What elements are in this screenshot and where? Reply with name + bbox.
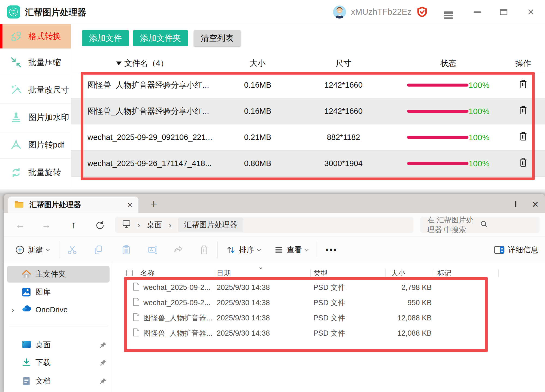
file-type: PSD 文件 [311,313,386,323]
column-size[interactable]: 大小 [224,58,292,69]
search-icon[interactable] [480,220,532,230]
file-row[interactable]: wechat_2025-09-2... 2025/9/30 14:38 PSD … [113,295,545,310]
file-icon [133,298,140,308]
app-minimize-button[interactable] [469,0,486,24]
app-maximize-button[interactable] [495,0,512,24]
progress-indicator: 100% [395,81,501,90]
paste-button[interactable] [121,245,131,255]
file-table: 图怪兽_人物扩音器经验分享小红... 0.16MB 1242*1660 100%… [71,72,545,177]
app-close-button[interactable]: × [522,0,540,24]
forward-button[interactable]: → [38,213,55,237]
delete-row-button[interactable] [519,106,527,115]
delete-row-button[interactable] [519,158,527,167]
copy-button[interactable] [93,245,104,255]
file-icon [133,283,140,293]
address-bar[interactable]: › 桌面 › 汇帮图片处理器 [115,217,413,233]
sidebar-item-batch-resize[interactable]: 批量改尺寸 [0,76,71,104]
sidebar-item-batch-rotate[interactable]: 批量旋转 [0,159,71,186]
column-name[interactable]: 名称 [136,267,214,279]
column-date[interactable]: 日期 [214,267,311,279]
file-list: wechat_2025-09-2... 2025/9/30 14:38 PSD … [113,280,545,341]
delete-row-button[interactable] [519,79,527,89]
toolbar-delete-button[interactable] [199,245,209,255]
file-list-header: 名称 日期 类型 大小 标记 [113,267,545,279]
explorer-tab[interactable]: 汇帮图片处理器 × [8,197,138,213]
file-date: 2025/9/30 14:38 [214,283,311,292]
progress-bar [407,162,468,165]
add-file-button[interactable]: 添加文件 [82,30,129,46]
cell-size: 0.80MB [224,159,292,168]
app-menu-button[interactable] [440,0,457,24]
sidebar-item-home[interactable]: 主文件夹 [7,266,110,283]
vip-badge-icon[interactable] [416,6,428,17]
tab-close-button[interactable]: × [127,200,132,210]
sidebar-item-desktop[interactable]: 桌面 [7,336,110,353]
pin-icon [100,359,107,366]
expand-chevron-icon[interactable]: › [11,305,14,314]
progress-bar [407,136,468,139]
view-button[interactable]: 查看 [274,245,308,255]
sidebar-item-onedrive[interactable]: › OneDrive [7,301,110,318]
details-pane-button[interactable]: 详细信息 [494,245,538,255]
onedrive-icon [22,305,31,314]
sidebar-item-batch-compress[interactable]: 批量压缩 [0,49,71,76]
add-folder-button[interactable]: 添加文件夹 [133,30,188,46]
select-all-checkbox[interactable] [126,270,133,276]
username[interactable]: xMUzhTFb22Ez [351,7,411,17]
watermark-stamp-icon [10,112,22,123]
more-options-button[interactable]: ••• [326,245,338,255]
progress-indicator: 100% [395,159,501,168]
rename-button[interactable] [147,245,158,255]
column-filename[interactable]: 文件名（4） [71,58,224,69]
share-button[interactable] [173,245,184,255]
new-button[interactable]: 新建 [15,245,49,255]
sidebar-item-format-convert[interactable]: 格式转换 [0,24,71,49]
search-box[interactable]: 在 汇帮图片处理器 中搜索 [420,217,540,233]
cell-filename: 图怪兽_人物扩音器经验分享小红... [71,80,224,91]
column-dimensions[interactable]: 尺寸 [292,58,395,69]
app-sidebar: 格式转换 批量压缩 批量改尺寸 图片加水印 [0,24,71,189]
sidebar-item-watermark[interactable]: 图片加水印 [0,104,71,131]
back-button[interactable]: ← [12,213,28,237]
delete-row-button[interactable] [519,132,527,141]
file-row[interactable]: 图怪兽_人物扩音器... 2025/9/30 14:38 PSD 文件 12,0… [113,310,545,326]
cell-size: 0.21MB [224,133,292,142]
explorer-sidebar: 主文件夹 图库 › OneDrive 桌面 [4,263,113,392]
clear-list-button[interactable]: 清空列表 [194,30,241,46]
compress-icon [10,57,22,68]
up-button[interactable]: ↑ [65,213,82,237]
table-row[interactable]: wechat_2025-09-29_092106_221... 0.21MB 8… [71,124,545,151]
table-row[interactable]: 图怪兽_人物扩音器经验分享小红... 0.16MB 1242*1660 100% [71,72,545,98]
sidebar-item-downloads[interactable]: 下载 [7,354,110,371]
this-pc-icon[interactable] [122,220,131,230]
file-icon [133,328,140,338]
column-status[interactable]: 状态 [395,58,501,69]
avatar[interactable] [333,5,346,19]
explorer-maximize-button[interactable] [515,202,516,207]
sort-button[interactable]: 排序 [226,245,260,255]
file-row[interactable]: wechat_2025-09-2... 2025/9/30 14:38 PSD … [113,280,545,295]
cut-button[interactable] [67,245,77,255]
breadcrumb-desktop[interactable]: 桌面 [147,220,162,230]
explorer-body: 主文件夹 图库 › OneDrive 桌面 [4,263,545,392]
sidebar-item-image-to-pdf[interactable]: 图片转pdf [0,131,71,159]
file-row[interactable]: 图怪兽_人物扩音器... 2025/9/30 14:38 PSD 文件 12,0… [113,326,545,341]
sidebar-item-documents[interactable]: 文档 [7,373,110,390]
breadcrumb-current-folder[interactable]: 汇帮图片处理器 [178,218,243,232]
file-type: PSD 文件 [311,283,386,292]
file-name: 图怪兽_人物扩音器... [143,313,213,323]
column-size[interactable]: 大小 [386,267,433,279]
explorer-close-button[interactable]: × [532,199,538,210]
table-row[interactable]: wechat_2025-09-26_171147_418... 0.80MB 3… [71,151,545,177]
file-name: wechat_2025-09-2... [143,283,210,292]
column-type[interactable]: 类型 [311,267,386,279]
sidebar-item-gallery[interactable]: 图库 [7,284,110,301]
gallery-icon [22,287,31,297]
file-size: 12,088 KB [386,329,433,338]
cell-dimensions: 1242*1660 [292,81,395,90]
sidebar-item-label: 批量改尺寸 [28,84,69,96]
refresh-button[interactable] [92,213,108,237]
table-row[interactable]: 图怪兽_人物扩音器经验分享小红... 0.16MB 1242*1660 100% [71,98,545,124]
new-tab-button[interactable]: + [150,198,157,211]
column-tags[interactable]: 标记 [433,267,499,279]
